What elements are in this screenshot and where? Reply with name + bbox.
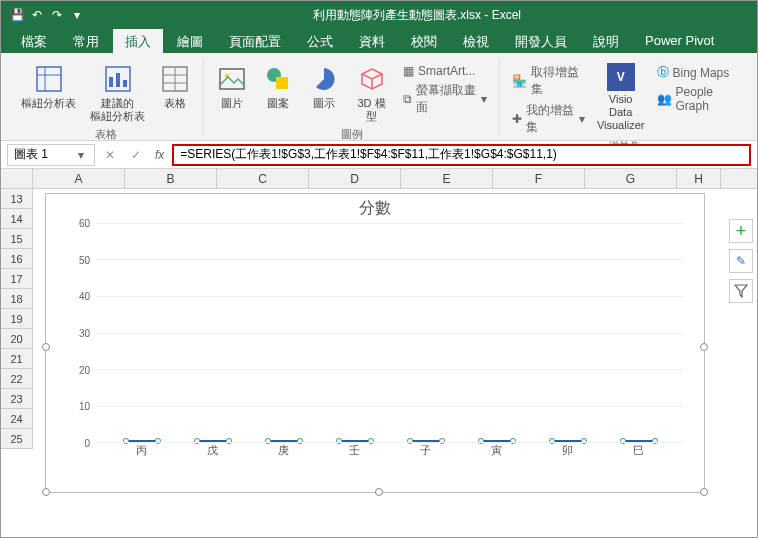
fx-icon[interactable]: fx [151,148,168,162]
x-label: 丙 [117,443,167,463]
icons-button[interactable]: 圖示 [304,61,344,112]
recommended-pivot-button[interactable]: 建議的 樞紐分析表 [86,61,149,125]
redo-icon[interactable]: ↷ [49,7,65,23]
ribbon-tab-9[interactable]: 開發人員 [503,29,579,53]
row-header[interactable]: 23 [1,389,32,409]
people-graph-button[interactable]: 👥People Graph [653,84,741,114]
x-label: 庚 [259,443,309,463]
row-header[interactable]: 24 [1,409,32,429]
ribbon-tabs: 檔案常用插入繪圖頁面配置公式資料校閱檢視開發人員說明Power Pivot [1,29,757,53]
ribbon-tab-11[interactable]: Power Pivot [633,29,726,53]
chart-object[interactable]: 分數 0102030405060 丙戊庚壬子寅卯巳 [45,193,705,493]
get-addins-button[interactable]: 🏪取得增益集 [508,63,589,99]
chart-side-tools: + ✎ [729,219,753,303]
resize-handle-sw[interactable] [42,488,50,496]
ribbon-tab-5[interactable]: 公式 [295,29,345,53]
undo-icon[interactable]: ↶ [29,7,45,23]
column-header[interactable]: C [217,169,309,188]
row-headers: 13141516171819202122232425 [1,189,33,449]
enter-button[interactable]: ✓ [125,144,147,166]
ribbon-group-addins: 🏪取得增益集 ✚我的增益集 ▾ V Visio Data Visualizer … [500,57,749,136]
row-header[interactable]: 20 [1,329,32,349]
row-header[interactable]: 21 [1,349,32,369]
x-label: 子 [401,443,451,463]
column-header[interactable]: H [677,169,721,188]
ribbon-tab-7[interactable]: 校閱 [399,29,449,53]
ribbon-tab-1[interactable]: 常用 [61,29,111,53]
x-axis-labels: 丙戊庚壬子寅卯巳 [96,443,684,463]
y-tick: 60 [79,218,90,229]
row-header[interactable]: 13 [1,189,32,209]
resize-handle-s[interactable] [375,488,383,496]
svg-rect-5 [116,73,120,87]
ribbon-tab-10[interactable]: 說明 [581,29,631,53]
grid-body[interactable]: 分數 0102030405060 丙戊庚壬子寅卯巳 + ✎ [33,189,757,537]
smartart-icon: ▦ [403,64,414,78]
3d-models-button[interactable]: 3D 模型 [350,61,393,125]
row-header[interactable]: 19 [1,309,32,329]
x-label: 卯 [543,443,593,463]
row-header[interactable]: 25 [1,429,32,449]
smartart-button[interactable]: ▦SmartArt... [399,63,491,79]
name-box[interactable]: 圖表 1 ▾ [7,144,95,166]
save-icon[interactable]: 💾 [9,7,25,23]
chart-elements-button[interactable]: + [729,219,753,243]
resize-handle-w[interactable] [42,343,50,351]
store-icon: 🏪 [512,74,527,88]
column-header[interactable]: F [493,169,585,188]
row-header[interactable]: 17 [1,269,32,289]
column-header[interactable]: B [125,169,217,188]
ribbon-tab-0[interactable]: 檔案 [9,29,59,53]
window-title: 利用動態陣列產生動態圖表.xlsx - Excel [85,7,749,24]
chart-filters-button[interactable] [729,279,753,303]
ribbon-tab-2[interactable]: 插入 [113,29,163,53]
chart-title[interactable]: 分數 [46,194,704,223]
group-label-illustrations: 圖例 [341,125,363,144]
row-header[interactable]: 16 [1,249,32,269]
chevron-down-icon[interactable]: ▾ [74,148,88,162]
ribbon-group-tables: 樞紐分析表 建議的 樞紐分析表 表格 表格 [9,57,204,136]
visio-button[interactable]: V Visio Data Visualizer [595,61,647,135]
bing-icon: ⓑ [657,64,669,81]
pivot-table-button[interactable]: 樞紐分析表 [17,61,80,112]
svg-rect-4 [109,77,113,87]
y-tick: 40 [79,291,90,302]
formula-input[interactable]: =SERIES(工作表1!$G$3,工作表1!$F$4:$F$11,工作表1!$… [172,144,751,166]
ribbon-tab-4[interactable]: 頁面配置 [217,29,293,53]
qat-dropdown-icon[interactable]: ▾ [69,7,85,23]
ribbon-tab-3[interactable]: 繪圖 [165,29,215,53]
column-headers: ABCDEFGH [33,169,757,189]
shapes-button[interactable]: 圖案 [258,61,298,112]
addins-icon: ✚ [512,112,522,126]
row-header[interactable]: 14 [1,209,32,229]
svg-rect-11 [220,69,244,89]
row-header[interactable]: 22 [1,369,32,389]
resize-handle-e[interactable] [700,343,708,351]
table-button[interactable]: 表格 [155,61,195,112]
pictures-button[interactable]: 圖片 [212,61,252,112]
chart-plot-area[interactable]: 0102030405060 丙戊庚壬子寅卯巳 [96,223,684,463]
screenshot-button[interactable]: ⧉螢幕擷取畫面 ▾ [399,81,491,117]
ribbon: 樞紐分析表 建議的 樞紐分析表 表格 表格 圖片 圖案 [1,53,757,141]
column-header[interactable]: A [33,169,125,188]
chart-styles-button[interactable]: ✎ [729,249,753,273]
ribbon-tab-6[interactable]: 資料 [347,29,397,53]
column-header[interactable]: D [309,169,401,188]
chevron-down-icon: ▾ [579,112,585,126]
select-all-corner[interactable] [1,169,33,189]
row-header[interactable]: 18 [1,289,32,309]
cancel-button[interactable]: ✕ [99,144,121,166]
my-addins-button[interactable]: ✚我的增益集 ▾ [508,101,589,137]
column-header[interactable]: G [585,169,677,188]
svg-rect-14 [276,77,288,89]
column-header[interactable]: E [401,169,493,188]
x-label: 戊 [188,443,238,463]
worksheet-area: 13141516171819202122232425 ABCDEFGH 分數 0… [1,169,757,537]
ribbon-group-illustrations: 圖片 圖案 圖示 3D 模型 ▦SmartArt... ⧉螢幕擷取畫面 ▾ 圖例 [204,57,500,136]
bing-maps-button[interactable]: ⓑBing Maps [653,63,741,82]
resize-handle-se[interactable] [700,488,708,496]
formula-bar: 圖表 1 ▾ ✕ ✓ fx =SERIES(工作表1!$G$3,工作表1!$F$… [1,141,757,169]
title-bar: 💾 ↶ ↷ ▾ 利用動態陣列產生動態圖表.xlsx - Excel [1,1,757,29]
row-header[interactable]: 15 [1,229,32,249]
ribbon-tab-8[interactable]: 檢視 [451,29,501,53]
